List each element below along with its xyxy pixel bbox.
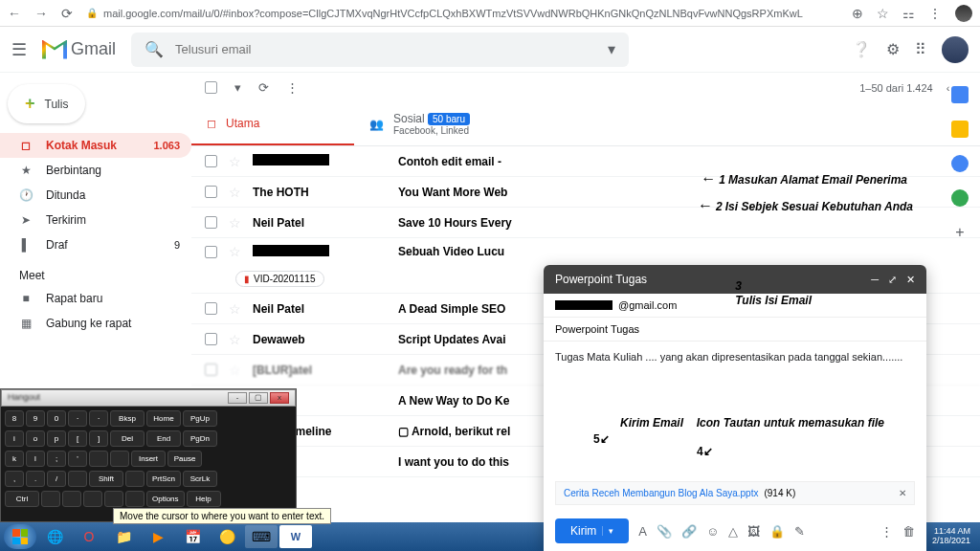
forward-icon[interactable]: →	[34, 6, 48, 21]
send-button[interactable]: Kirim ▾	[555, 518, 629, 543]
star-icon[interactable]: ☆	[877, 6, 889, 21]
browser-avatar[interactable]	[955, 5, 972, 22]
key-Insert[interactable]: Insert	[131, 451, 166, 467]
key-Ctrl[interactable]: Ctrl	[5, 491, 39, 507]
search-input[interactable]	[175, 42, 596, 56]
key-Shift[interactable]: Shift	[89, 471, 123, 487]
key-blank[interactable]	[110, 451, 129, 467]
key-,[interactable]: ,	[5, 471, 24, 487]
row-checkbox[interactable]	[205, 186, 217, 198]
tasks-icon[interactable]	[951, 155, 969, 172]
emoji-icon[interactable]: ☺	[706, 524, 719, 539]
row-checkbox[interactable]	[205, 333, 217, 345]
lock-icon[interactable]: 🔒	[769, 524, 785, 539]
star-icon[interactable]: ☆	[229, 244, 241, 259]
key-blank[interactable]	[125, 471, 145, 487]
key-PrtScn[interactable]: PrtScn	[146, 471, 181, 487]
gear-icon[interactable]: ⚙	[886, 40, 900, 58]
remove-attachment-icon[interactable]: ✕	[899, 488, 906, 498]
select-dropdown-icon[interactable]: ▾	[234, 80, 241, 95]
sidebar-item-sent[interactable]: ➤ Terkirim	[0, 208, 191, 232]
refresh-icon[interactable]: ⟳	[258, 80, 269, 95]
key-Home[interactable]: Home	[146, 410, 181, 427]
sidebar-item-starred[interactable]: ★ Berbintang	[0, 158, 191, 183]
apps-icon[interactable]: ⠿	[915, 40, 926, 58]
search-dropdown-icon[interactable]: ▾	[608, 40, 615, 58]
keyboard-titlebar[interactable]: Hangout - ▢ x	[1, 389, 296, 407]
tab-primary[interactable]: ◻ Utama	[191, 102, 354, 145]
help-icon[interactable]: ❔	[852, 40, 871, 58]
key-blank[interactable]	[89, 451, 108, 467]
key-blank[interactable]	[41, 491, 60, 507]
kbd-maximize-icon[interactable]: ▢	[249, 392, 268, 404]
star-icon[interactable]: ☆	[229, 301, 241, 317]
drive-icon[interactable]: △	[728, 524, 738, 539]
key-blank[interactable]	[68, 471, 87, 487]
key-blank[interactable]	[83, 491, 102, 507]
extensions-icon[interactable]: ⚏	[902, 6, 915, 21]
select-all-checkbox[interactable]	[205, 81, 217, 94]
star-icon[interactable]: ☆	[229, 215, 241, 231]
key-PgDn[interactable]: PgDn	[183, 430, 217, 447]
keep-icon[interactable]	[951, 121, 969, 138]
compose-header[interactable]: Powerpoint Tugas ─ ⤢ ✕	[544, 265, 926, 294]
key-Options[interactable]: Options	[146, 491, 185, 507]
gmail-logo[interactable]: Gmail	[42, 39, 116, 59]
sidebar-item-join-meeting[interactable]: ▦ Gabung ke rapat	[0, 311, 191, 336]
sidebar-item-drafts[interactable]: ▌ Draf 9	[0, 232, 191, 257]
key-'[interactable]: '	[68, 451, 87, 467]
more-icon[interactable]: ⋮	[880, 524, 893, 539]
key-.[interactable]: .	[26, 471, 45, 487]
key-[[interactable]: [	[68, 430, 87, 447]
contacts-icon[interactable]	[951, 189, 969, 207]
row-checkbox[interactable]	[205, 216, 217, 229]
key-;[interactable]: ;	[47, 451, 66, 467]
key-0[interactable]: 0	[47, 410, 66, 427]
task-word-icon[interactable]: W	[279, 525, 312, 548]
key-k[interactable]: k	[5, 451, 24, 467]
compose-attachment[interactable]: Cerita Receh Membangun Blog Ala Saya.ppt…	[555, 481, 915, 505]
calendar-icon[interactable]	[951, 86, 969, 103]
compose-button[interactable]: + Tulis	[8, 84, 85, 123]
star-icon[interactable]: ☆	[229, 363, 241, 378]
menu-icon[interactable]: ⋮	[928, 6, 942, 21]
email-row[interactable]: ☆Contoh edit email -	[191, 146, 980, 177]
key-blank[interactable]	[104, 491, 123, 507]
minimize-icon[interactable]: ─	[871, 274, 879, 286]
onscreen-keyboard[interactable]: Hangout - ▢ x 890··BkspHomePgUpiop[]DelE…	[0, 388, 297, 522]
kbd-minimize-icon[interactable]: -	[228, 392, 247, 404]
key-End[interactable]: End	[146, 430, 181, 447]
email-row[interactable]: ☆The HOTHYou Want More Web	[191, 177, 980, 208]
key-ScrLk[interactable]: ScrLk	[183, 471, 217, 487]
trash-icon[interactable]: 🗑	[902, 524, 915, 539]
reload-icon[interactable]: ⟳	[61, 6, 73, 21]
url-bar[interactable]: 🔒 mail.google.com/mail/u/0/#inbox?compos…	[86, 8, 838, 19]
key-8[interactable]: 8	[5, 410, 24, 427]
task-ie-icon[interactable]: 🌐	[38, 525, 71, 548]
sidebar-item-snoozed[interactable]: 🕐 Ditunda	[0, 183, 191, 208]
key-·[interactable]: ·	[89, 410, 108, 427]
kbd-close-icon[interactable]: x	[270, 392, 289, 404]
system-tray[interactable]: 11:44 AM 2/18/2021	[932, 527, 976, 546]
key-/[interactable]: /	[47, 471, 66, 487]
key-][interactable]: ]	[89, 430, 108, 447]
row-checkbox[interactable]	[205, 302, 217, 315]
compose-subject-field[interactable]: Powerpoint Tugas	[544, 318, 926, 342]
key-Bksp[interactable]: Bksp	[110, 410, 145, 427]
link-icon[interactable]: 🔗	[681, 524, 697, 539]
key-o[interactable]: o	[26, 430, 45, 447]
image-icon[interactable]: 🖼	[747, 524, 760, 539]
key-blank[interactable]	[62, 491, 81, 507]
task-calendar-icon[interactable]: 📅	[176, 525, 209, 548]
key-p[interactable]: p	[47, 430, 66, 447]
key-Pause[interactable]: Pause	[167, 451, 202, 467]
format-icon[interactable]: A	[638, 524, 647, 539]
task-keyboard-icon[interactable]: ⌨	[245, 525, 278, 548]
task-chrome-icon[interactable]: 🟡	[211, 525, 243, 548]
key-blank[interactable]	[125, 491, 145, 507]
star-icon[interactable]: ☆	[229, 332, 241, 347]
close-icon[interactable]: ✕	[906, 274, 915, 286]
star-icon[interactable]: ☆	[229, 154, 241, 169]
profile-avatar[interactable]	[942, 36, 969, 63]
tab-social[interactable]: 👥 Sosial 50 baru Facebook, Linked	[354, 102, 517, 145]
